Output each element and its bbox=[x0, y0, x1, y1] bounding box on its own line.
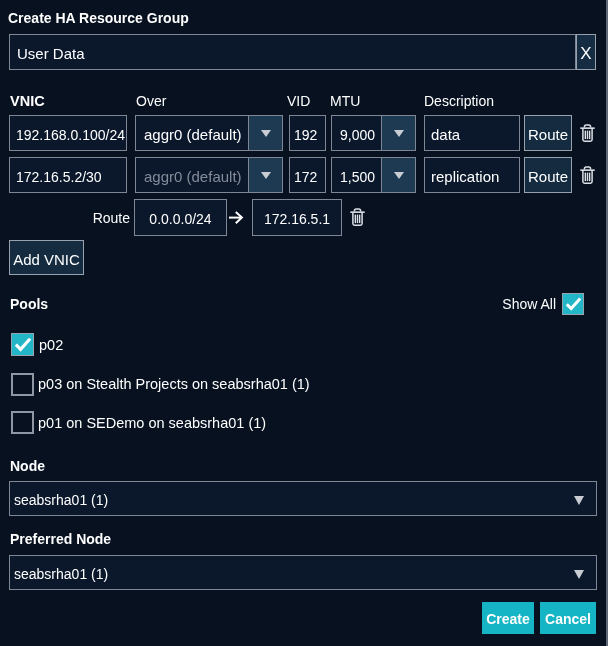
node-label: Node bbox=[10, 458, 45, 474]
trash-icon bbox=[580, 124, 595, 143]
mtu-select-row2-value: 1,500 bbox=[332, 158, 381, 192]
vid-input-row2[interactable]: 172 bbox=[289, 157, 326, 193]
route-gateway-value: 172.16.5.1 bbox=[264, 211, 330, 227]
chevron-down-icon bbox=[394, 130, 404, 137]
route-gateway-input[interactable]: 172.16.5.1 bbox=[252, 199, 342, 236]
clear-name-label: X bbox=[580, 44, 591, 64]
vnic-address-row1-value: 192.168.0.100/24 bbox=[16, 127, 125, 143]
pool-label-p01: p01 on SEDemo on seabsrha01 (1) bbox=[38, 415, 266, 431]
vid-row2-value: 172 bbox=[294, 169, 317, 185]
description-row1-value: data bbox=[431, 126, 460, 143]
over-select-row1-arrow[interactable] bbox=[248, 116, 282, 150]
pool-checkbox-p03[interactable] bbox=[11, 373, 34, 396]
clear-name-button[interactable]: X bbox=[576, 34, 596, 70]
delete-route-button[interactable] bbox=[350, 208, 365, 227]
route-button-row1-label: Route bbox=[528, 126, 568, 143]
route-row-label: Route bbox=[60, 210, 130, 226]
delete-vnic-row2-button[interactable] bbox=[580, 166, 595, 185]
chevron-down-icon bbox=[261, 172, 271, 179]
route-destination-value: 0.0.0.0/24 bbox=[149, 211, 211, 227]
check-icon bbox=[14, 337, 32, 352]
route-destination-input[interactable]: 0.0.0.0/24 bbox=[134, 199, 227, 236]
chevron-down-icon bbox=[261, 130, 271, 137]
over-select-row2[interactable]: aggr0 (default) bbox=[135, 157, 283, 193]
mtu-select-row1-value: 9,000 bbox=[332, 116, 381, 150]
vid-input-row1[interactable]: 192 bbox=[289, 115, 326, 151]
delete-vnic-row1-button[interactable] bbox=[580, 124, 595, 143]
dialog-title: Create HA Resource Group bbox=[8, 10, 189, 26]
mtu-select-row2-arrow[interactable] bbox=[381, 158, 415, 192]
add-vnic-label: Add VNIC bbox=[13, 251, 80, 268]
show-all-checkbox[interactable] bbox=[562, 293, 584, 315]
over-select-row2-value: aggr0 (default) bbox=[136, 158, 248, 192]
pool-checkbox-p01[interactable] bbox=[11, 411, 34, 434]
header-vnic: VNIC bbox=[10, 93, 45, 109]
vid-row1-value: 192 bbox=[294, 127, 317, 143]
chevron-down-icon bbox=[574, 570, 584, 579]
node-select[interactable]: seabsrha01 (1) bbox=[9, 481, 597, 516]
preferred-node-select[interactable]: seabsrha01 (1) bbox=[9, 555, 597, 590]
over-select-row1-value: aggr0 (default) bbox=[136, 116, 248, 150]
create-button[interactable]: Create bbox=[482, 602, 534, 634]
mtu-select-row2[interactable]: 1,500 bbox=[331, 157, 416, 193]
mtu-select-row1[interactable]: 9,000 bbox=[331, 115, 416, 151]
preferred-node-label: Preferred Node bbox=[10, 531, 111, 547]
arrow-right-icon bbox=[228, 209, 245, 226]
route-button-row2-label: Route bbox=[528, 168, 568, 185]
header-vid: VID bbox=[287, 93, 310, 109]
preferred-node-select-value: seabsrha01 (1) bbox=[14, 566, 108, 582]
vnic-address-row2-value: 172.16.5.2/30 bbox=[16, 169, 102, 185]
vnic-address-row1[interactable]: 192.168.0.100/24 bbox=[9, 115, 127, 151]
chevron-down-icon bbox=[394, 172, 404, 179]
route-button-row1[interactable]: Route bbox=[524, 115, 572, 151]
header-description: Description bbox=[424, 93, 494, 109]
vnic-address-row2[interactable]: 172.16.5.2/30 bbox=[9, 157, 127, 193]
add-vnic-button[interactable]: Add VNIC bbox=[9, 240, 84, 275]
trash-icon bbox=[350, 208, 365, 227]
node-select-value: seabsrha01 (1) bbox=[14, 492, 108, 508]
mtu-select-row1-arrow[interactable] bbox=[381, 116, 415, 150]
pool-label-p02: p02 bbox=[39, 337, 63, 353]
create-ha-resource-group-dialog: Create HA Resource Group X VNIC Over VID… bbox=[0, 0, 608, 646]
chevron-down-icon bbox=[574, 496, 584, 505]
route-button-row2[interactable]: Route bbox=[524, 157, 572, 193]
description-input-row2[interactable]: replication bbox=[424, 157, 520, 193]
show-all-label: Show All bbox=[440, 296, 556, 312]
pool-label-p03: p03 on Stealth Projects on seabsrha01 (1… bbox=[38, 376, 310, 392]
create-button-label: Create bbox=[486, 611, 530, 627]
pool-checkbox-p02[interactable] bbox=[11, 333, 34, 356]
over-select-row2-arrow[interactable] bbox=[248, 158, 282, 192]
description-row2-value: replication bbox=[431, 168, 499, 185]
description-input-row1[interactable]: data bbox=[424, 115, 520, 151]
cancel-button-label: Cancel bbox=[545, 611, 591, 627]
header-over: Over bbox=[136, 93, 166, 109]
route-arrow bbox=[228, 209, 245, 230]
trash-icon bbox=[580, 166, 595, 185]
cancel-button[interactable]: Cancel bbox=[540, 602, 596, 634]
check-icon bbox=[565, 297, 582, 311]
pools-label: Pools bbox=[10, 296, 48, 312]
group-name-input[interactable] bbox=[9, 34, 576, 70]
over-select-row1[interactable]: aggr0 (default) bbox=[135, 115, 283, 151]
header-mtu: MTU bbox=[330, 93, 360, 109]
